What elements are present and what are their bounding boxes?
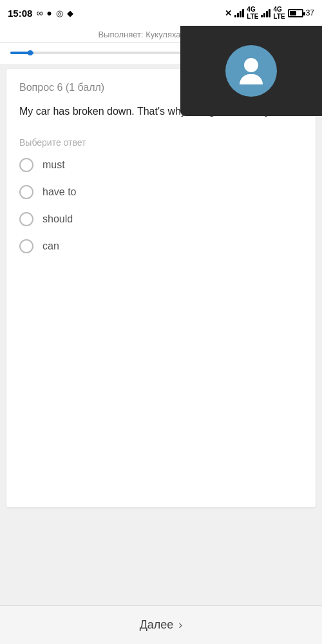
radio-must[interactable] xyxy=(19,158,33,172)
chevron-right-icon: › xyxy=(178,618,182,632)
battery-icon xyxy=(288,9,303,17)
4g-lte-badge-1: 4GLTE xyxy=(247,6,258,20)
status-bar: 15:08 ∞ ● ◎ ◆ ✕ 4GLTE 4GLTE xyxy=(0,0,322,26)
4g-lte-badge-2: 4GLTE xyxy=(273,6,285,20)
radio-have-to[interactable] xyxy=(19,185,33,199)
avatar xyxy=(225,45,277,97)
question-title: Вопрос 6 xyxy=(19,82,62,93)
option-have-to-label: have to xyxy=(43,186,76,198)
signal-bars xyxy=(234,8,244,17)
status-time: 15:08 xyxy=(8,8,32,19)
message-icon: ● xyxy=(46,8,52,18)
layers-icon: ◆ xyxy=(67,8,73,18)
question-points: (1 балл) xyxy=(66,82,104,93)
radio-can[interactable] xyxy=(19,239,33,253)
person-body xyxy=(240,74,263,84)
bottom-bar: Далее › xyxy=(0,605,322,644)
option-can[interactable]: can xyxy=(19,239,303,253)
battery-percent: 37 xyxy=(306,8,314,17)
option-should-label: should xyxy=(43,213,73,225)
radio-should[interactable] xyxy=(19,212,33,226)
x-icon: ✕ xyxy=(225,8,232,18)
select-answer-label: Выберите ответ xyxy=(19,137,303,148)
next-button[interactable]: Далее › xyxy=(140,618,183,632)
signal-bars-2 xyxy=(261,8,270,17)
status-right: ✕ 4GLTE 4GLTE 37 xyxy=(225,6,314,20)
option-should[interactable]: should xyxy=(19,212,303,226)
option-can-label: can xyxy=(43,240,59,252)
option-must-label: must xyxy=(43,159,65,171)
infinity-icon: ∞ xyxy=(36,8,43,18)
next-button-label: Далее xyxy=(140,618,174,632)
progress-dot xyxy=(28,50,33,55)
option-have-to[interactable]: have to xyxy=(19,185,303,199)
options-list: must have to should can xyxy=(19,158,303,253)
person-icon xyxy=(240,58,263,84)
person-head xyxy=(244,58,258,72)
question-card: Вопрос 6 (1 балл) My car has broken down… xyxy=(6,69,316,507)
option-must[interactable]: must xyxy=(19,158,303,172)
status-left: 15:08 ∞ ● ◎ ◆ xyxy=(8,8,73,19)
target-icon: ◎ xyxy=(56,8,63,18)
dark-panel xyxy=(180,26,322,116)
